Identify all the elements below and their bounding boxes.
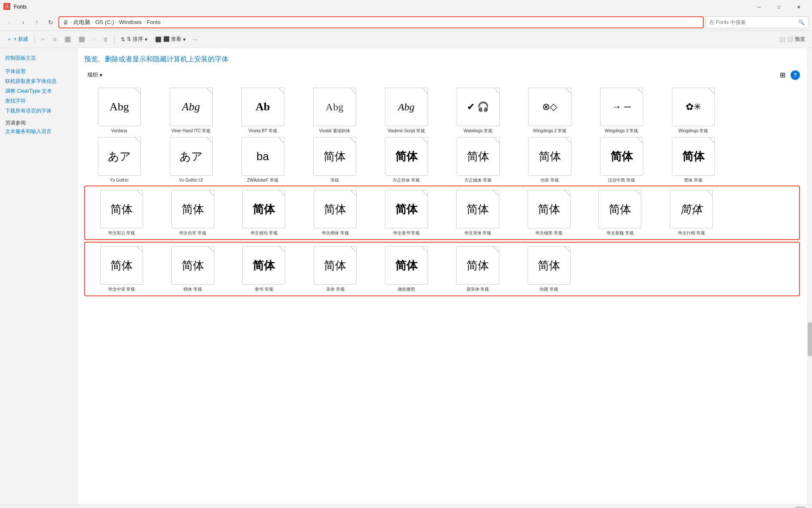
font-icon: 简体: [313, 137, 356, 176]
font-row-1: AbgVerdanaAbgViner Hand ITC 常规AbVineta B…: [84, 86, 800, 135]
breadcrumb-os-c[interactable]: OS (C:): [95, 19, 114, 25]
sort-button[interactable]: ⇅ ⇅ 排序 ▾: [117, 33, 150, 46]
organize-chevron: ▾: [100, 72, 102, 78]
font-item[interactable]: ✔ 🎧Webdings 常规: [443, 86, 513, 135]
scrollbar-thumb[interactable]: [808, 322, 812, 356]
font-name-label: 华文彩云 常规: [108, 230, 135, 236]
font-item[interactable]: → ─Wingdings 3 常规: [586, 86, 656, 135]
organize-button[interactable]: 组织 ▾: [84, 70, 106, 80]
font-preview-text: 简体: [682, 151, 705, 162]
font-item[interactable]: AbgVivaldi 紧缩斜体: [299, 86, 369, 135]
toolbar: ＋ + 新建 ✂ ⧉ ⬛ ⬛ ↑ 🗑 ⇅ ⇅ 排序 ▾ ⬛ ⬛ 查看 ▾ ···…: [0, 31, 812, 48]
sidebar-control-panel[interactable]: 控制面板主页: [3, 53, 73, 63]
font-preview-text: 简体: [324, 151, 346, 162]
sidebar-get-font-info[interactable]: 联机获取更多字体信息: [3, 76, 73, 86]
font-name-label: 楷体 常规: [183, 286, 202, 292]
font-item[interactable]: AbgViner Hand ITC 常规: [156, 86, 226, 135]
font-preview-text: あア: [180, 151, 203, 162]
help-button[interactable]: ?: [791, 70, 800, 80]
font-name-label: Yu Gothic: [110, 177, 128, 183]
font-item[interactable]: 简体等线: [299, 135, 369, 185]
font-item[interactable]: あアYu Gothic: [84, 135, 154, 185]
breadcrumb-this-pc[interactable]: 此电脑: [73, 18, 90, 26]
more-button[interactable]: ···: [190, 33, 201, 46]
font-item[interactable]: 简体汉仪中黑 常规: [586, 135, 656, 185]
font-item[interactable]: 简体新宋体 常规: [443, 244, 513, 294]
font-name-label: Wingdings 3 常规: [605, 128, 638, 134]
font-item[interactable]: 简体华文中宋 常规: [87, 244, 156, 294]
content-area: 预览、删除或者显示和隐藏计算机上安装的字体 组织 ▾ ⊞ ? AbgVerdan…: [77, 48, 807, 505]
font-icon: Abg: [385, 88, 428, 126]
font-preview-text: 简体: [467, 204, 489, 215]
forward-button[interactable]: ›: [17, 16, 29, 28]
close-button[interactable]: ✕: [789, 0, 809, 14]
delete-button[interactable]: 🗑: [100, 33, 112, 46]
cut-button[interactable]: ✂: [37, 33, 49, 46]
font-item[interactable]: 简体仿宋 常规: [515, 135, 585, 185]
font-preview-text: 简体: [395, 260, 418, 271]
sidebar-cleartype[interactable]: 调整 ClearType 文本: [3, 86, 73, 96]
font-item[interactable]: 简体华文琥珀 常规: [229, 188, 299, 237]
new-button[interactable]: ＋ + 新建: [3, 33, 32, 46]
font-icon: あア: [98, 137, 141, 176]
preview-label: ⬜ 预览: [787, 36, 805, 43]
font-item[interactable]: 简体隶书 常规: [229, 244, 299, 294]
breadcrumb-windows[interactable]: Windows: [119, 19, 142, 25]
scrollbar-track[interactable]: [807, 48, 812, 505]
font-item[interactable]: あアYu Gothic UI: [156, 135, 226, 185]
font-icon: 简体: [456, 190, 499, 228]
font-preview-text: 简体: [182, 204, 204, 215]
grid-view-button[interactable]: ⊞: [778, 69, 787, 81]
font-item[interactable]: ✿✳Wingdings 常规: [658, 86, 728, 135]
copy-button[interactable]: ⧉: [49, 33, 60, 46]
font-item[interactable]: 简体方正姚体 常规: [443, 135, 513, 185]
font-preview-text: 简体: [538, 260, 560, 271]
font-item[interactable]: 简体方正舒体 常规: [371, 135, 441, 185]
share-button[interactable]: ↑: [89, 33, 99, 46]
font-item[interactable]: AbgVladimir Script 常规: [371, 86, 441, 135]
font-item[interactable]: 简体华文行楷 常规: [656, 188, 726, 237]
preview-button[interactable]: ⬜ ⬜ 预览: [775, 33, 809, 46]
font-item[interactable]: 简体华文彩云 常规: [87, 188, 156, 237]
font-item[interactable]: 简体黑体 常规: [658, 135, 728, 185]
font-name-label: 华文宋体 常规: [464, 230, 491, 236]
font-item[interactable]: 简体宋体 常规: [300, 244, 370, 294]
font-item[interactable]: 简体华文仿宋 常规: [158, 188, 228, 237]
sidebar-find-char[interactable]: 查找字符: [3, 96, 73, 106]
sidebar-download-fonts[interactable]: 下载所有语言的字体: [3, 106, 73, 116]
breadcrumb-fonts[interactable]: Fonts: [147, 19, 161, 25]
font-item[interactable]: 简体华文隶书 常规: [372, 188, 441, 237]
font-item[interactable]: AbVineta BT 常规: [228, 86, 298, 135]
font-item[interactable]: AbgVerdana: [84, 86, 154, 135]
back-button[interactable]: ‹: [3, 16, 15, 28]
font-item[interactable]: 简体楷体 常规: [158, 244, 228, 294]
font-item[interactable]: 简体华文细黑 常规: [514, 188, 584, 237]
rename-button[interactable]: ⬛: [75, 33, 89, 46]
font-item[interactable]: 简体华文楷体 常规: [300, 188, 370, 237]
font-icon: 简体: [528, 246, 571, 285]
maximize-button[interactable]: □: [769, 0, 789, 14]
minimize-button[interactable]: ─: [749, 0, 769, 14]
sidebar-font-settings[interactable]: 字体设置: [3, 67, 73, 76]
font-name-label: 宋体 常规: [326, 286, 345, 292]
refresh-button[interactable]: ↻: [45, 16, 57, 28]
font-icon: 简体: [171, 190, 214, 228]
search-input[interactable]: [709, 19, 797, 25]
font-icon: 简体: [242, 246, 285, 285]
font-item[interactable]: 简体微软雅黑: [372, 244, 441, 294]
font-icon: 简体: [100, 246, 143, 285]
paste-button[interactable]: ⬛: [61, 33, 74, 46]
font-item[interactable]: 简体华文新魏 常规: [586, 188, 655, 237]
font-icon: Abg: [313, 88, 356, 126]
font-preview-text: あア: [108, 151, 131, 162]
font-item[interactable]: 简体华文宋体 常规: [443, 188, 513, 237]
font-item[interactable]: 简体幼圆 常规: [514, 244, 584, 294]
search-box[interactable]: 🔍: [705, 16, 809, 28]
view-button[interactable]: ⬛ ⬛ 查看 ▾: [152, 33, 189, 46]
font-preview-text: 简体: [110, 204, 133, 215]
font-item[interactable]: ⊗◇Wingdings 2 常规: [515, 86, 585, 135]
up-button[interactable]: ↑: [31, 16, 43, 28]
sidebar-text-services[interactable]: 文本服务和输入语言: [3, 127, 73, 137]
font-item[interactable]: baZWAdobeF 常规: [228, 135, 298, 185]
font-preview-text: Ab: [256, 101, 270, 113]
